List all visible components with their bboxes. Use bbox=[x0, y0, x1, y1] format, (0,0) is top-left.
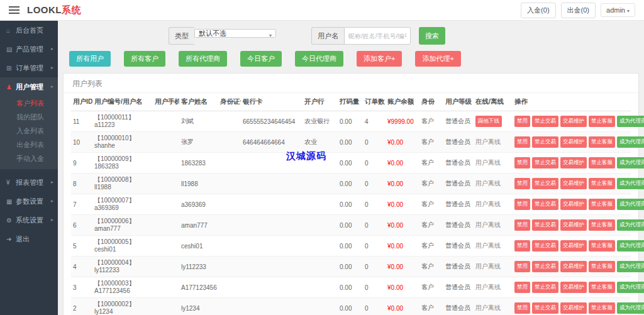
cell-code-username: 【10000006】aman777 bbox=[92, 215, 153, 236]
username-filter-group: 用户名 bbox=[311, 27, 411, 45]
trade-maintain-button[interactable]: 交易维护 bbox=[560, 116, 587, 127]
sidebar-item-customer-list[interactable]: 客户列表 bbox=[0, 96, 58, 110]
sidebar-item-users[interactable]: ♟用户管理▸ bbox=[0, 77, 58, 96]
username-input[interactable] bbox=[344, 27, 411, 45]
forbid-trade-button[interactable]: 禁止交易 bbox=[532, 302, 558, 314]
become-agent-button[interactable]: 成为代理商 bbox=[617, 282, 644, 293]
cell-customer-name: ly1234 bbox=[179, 298, 218, 315]
disable-button[interactable]: 禁用 bbox=[514, 261, 530, 272]
sidebar-item-logout[interactable]: ➜退出 bbox=[0, 229, 58, 248]
cell-bank bbox=[303, 215, 338, 236]
trade-maintain-button[interactable]: 交易维护 bbox=[560, 219, 587, 231]
forbid-trade-button[interactable]: 禁止交易 bbox=[532, 240, 558, 251]
add-customer-button[interactable]: 添加客户+ bbox=[357, 51, 402, 67]
forbid-service-button[interactable]: 禁止客服 bbox=[589, 282, 615, 293]
trade-maintain-button[interactable]: 交易维护 bbox=[560, 136, 587, 148]
user-code: 【10000004】 bbox=[94, 259, 151, 267]
today-customers-button[interactable]: 今日客户 bbox=[240, 51, 282, 67]
kick-offline-button[interactable]: 踢他下线 bbox=[475, 116, 502, 127]
trade-maintain-button[interactable]: 交易维护 bbox=[560, 240, 587, 251]
become-agent-button[interactable]: 成为代理商 bbox=[617, 240, 644, 251]
become-agent-button[interactable]: 成为代理商 bbox=[617, 157, 644, 169]
become-agent-button[interactable]: 成为代理商 bbox=[617, 219, 644, 231]
menu-toggle-icon[interactable] bbox=[9, 4, 19, 16]
user-code: 【10000009】 bbox=[94, 155, 151, 163]
deposit-button[interactable]: 入金(0) bbox=[521, 3, 555, 18]
disable-button[interactable]: 禁用 bbox=[514, 178, 530, 189]
forbid-service-button[interactable]: 禁止客服 bbox=[589, 178, 615, 189]
chevron-right-icon: ▸ bbox=[51, 58, 53, 77]
forbid-service-button[interactable]: 禁止客服 bbox=[589, 240, 615, 251]
sidebar-item-system[interactable]: ⚙系统设置▸ bbox=[0, 211, 58, 229]
forbid-service-button[interactable]: 禁止客服 bbox=[589, 219, 615, 231]
become-agent-button[interactable]: 成为代理商 bbox=[617, 261, 644, 272]
cell-balance: ¥9999.00 bbox=[386, 111, 419, 132]
trade-maintain-button[interactable]: 交易维护 bbox=[560, 302, 587, 314]
username: shanhe bbox=[94, 142, 151, 150]
sidebar-item-manual-deposit[interactable]: 手动入金 bbox=[0, 152, 58, 165]
forbid-service-button[interactable]: 禁止客服 bbox=[589, 302, 615, 314]
cell-customer-name: ceshi01 bbox=[179, 236, 218, 257]
cell-bank bbox=[303, 194, 338, 215]
chevron-right-icon: ▸ bbox=[51, 40, 53, 58]
forbid-trade-button[interactable]: 禁止交易 bbox=[532, 116, 558, 127]
column-header: 打码量 bbox=[338, 93, 363, 111]
disable-button[interactable]: 禁用 bbox=[514, 116, 530, 127]
become-agent-button[interactable]: 成为代理商 bbox=[617, 199, 644, 210]
sidebar-item-reports[interactable]: ¥报表管理▸ bbox=[0, 173, 58, 192]
become-agent-button[interactable]: 成为代理商 bbox=[617, 178, 644, 189]
trade-maintain-button[interactable]: 交易维护 bbox=[560, 282, 587, 293]
cell-customer-name: A177123456 bbox=[179, 277, 218, 298]
become-agent-button[interactable]: 成为代理商 bbox=[617, 116, 644, 127]
admin-dropdown[interactable]: admin▾ bbox=[601, 3, 635, 17]
sidebar-item-my-team[interactable]: 我的团队 bbox=[0, 110, 58, 124]
sidebar-item-params[interactable]: ▦参数设置▸ bbox=[0, 192, 58, 211]
sidebar-item-products[interactable]: ▤产品管理▸ bbox=[0, 40, 58, 58]
forbid-trade-button[interactable]: 禁止交易 bbox=[532, 261, 558, 272]
sidebar-item-dashboard[interactable]: ⌂后台首页 bbox=[0, 21, 58, 40]
withdraw-button[interactable]: 出金(0) bbox=[561, 3, 596, 18]
trade-maintain-button[interactable]: 交易维护 bbox=[560, 261, 587, 272]
disable-button[interactable]: 禁用 bbox=[514, 219, 530, 231]
disable-button[interactable]: 禁用 bbox=[514, 157, 530, 169]
cell-online-status: 用户离线 bbox=[474, 215, 513, 236]
all-users-button[interactable]: 所有用户 bbox=[69, 51, 111, 67]
add-agent-button[interactable]: 添加代理+ bbox=[415, 51, 460, 67]
forbid-trade-button[interactable]: 禁止交易 bbox=[532, 157, 558, 169]
disable-button[interactable]: 禁用 bbox=[514, 302, 530, 314]
disable-button[interactable]: 禁用 bbox=[514, 240, 530, 251]
sidebar-item-withdraw-list[interactable]: 出金列表 bbox=[0, 138, 58, 152]
forbid-trade-button[interactable]: 禁止交易 bbox=[532, 219, 558, 231]
sidebar-item-deposit-list[interactable]: 入金列表 bbox=[0, 124, 58, 138]
forbid-service-button[interactable]: 禁止客服 bbox=[589, 199, 615, 210]
trade-maintain-button[interactable]: 交易维护 bbox=[560, 178, 587, 189]
trade-maintain-button[interactable]: 交易维护 bbox=[560, 157, 587, 169]
cell-dama: 0.00 bbox=[338, 194, 363, 215]
sidebar-item-orders[interactable]: ⊞订单管理▸ bbox=[0, 58, 58, 77]
disable-button[interactable]: 禁用 bbox=[514, 199, 530, 210]
forbid-service-button[interactable]: 禁止客服 bbox=[589, 136, 615, 148]
forbid-trade-button[interactable]: 禁止交易 bbox=[532, 199, 558, 210]
become-agent-button[interactable]: 成为代理商 bbox=[617, 302, 644, 314]
forbid-trade-button[interactable]: 禁止交易 bbox=[532, 178, 558, 189]
all-agents-button[interactable]: 所有代理商 bbox=[179, 51, 227, 67]
forbid-service-button[interactable]: 禁止客服 bbox=[589, 116, 615, 127]
cell-dama: 0.00 bbox=[338, 174, 363, 194]
forbid-service-button[interactable]: 禁止客服 bbox=[589, 261, 615, 272]
all-customers-button[interactable]: 所有客户 bbox=[124, 51, 165, 67]
search-button[interactable]: 搜索 bbox=[419, 27, 445, 45]
order-icon: ⊞ bbox=[6, 59, 16, 78]
disable-button[interactable]: 禁用 bbox=[514, 282, 530, 293]
cell-code-username: 【10000008】ll1988 bbox=[92, 174, 153, 194]
type-select[interactable]: 默认不选 bbox=[194, 29, 276, 38]
today-agents-button[interactable]: 今日代理商 bbox=[295, 51, 343, 67]
cell-idcard bbox=[218, 153, 241, 174]
forbid-trade-button[interactable]: 禁止交易 bbox=[532, 282, 558, 293]
forbid-trade-button[interactable]: 禁止交易 bbox=[532, 136, 558, 148]
cell-customer-name: a369369 bbox=[179, 194, 218, 215]
become-agent-button[interactable]: 成为代理商 bbox=[617, 136, 644, 148]
disable-button[interactable]: 禁用 bbox=[514, 136, 530, 148]
trade-maintain-button[interactable]: 交易维护 bbox=[560, 199, 587, 210]
forbid-service-button[interactable]: 禁止客服 bbox=[589, 157, 615, 169]
type-filter-group: 类型 默认不选 ▾ bbox=[169, 27, 276, 45]
